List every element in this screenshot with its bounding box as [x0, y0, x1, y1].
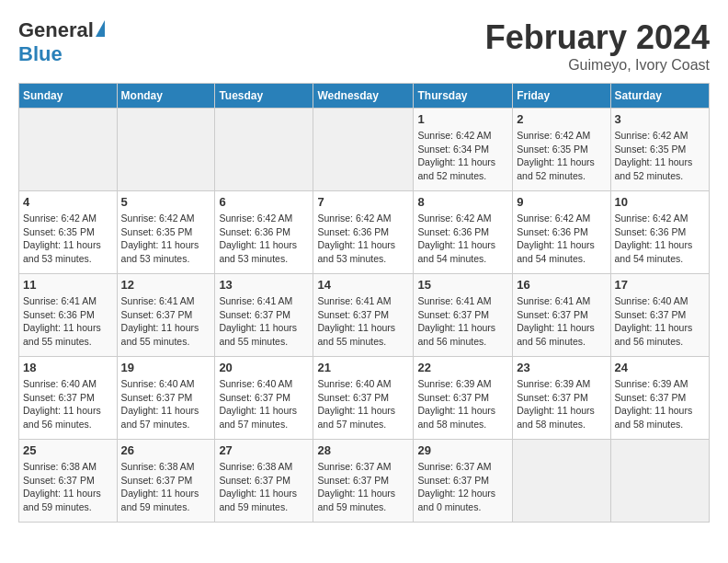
day-number: 25: [23, 443, 113, 457]
day-info: Sunrise: 6:42 AM Sunset: 6:36 PM Dayligh…: [317, 212, 409, 266]
day-number: 23: [517, 361, 606, 374]
day-number: 18: [23, 361, 113, 374]
page-header: General Blue February 2024 Guimeyo, Ivor…: [18, 18, 710, 74]
day-number: 10: [615, 195, 705, 209]
day-info: Sunrise: 6:39 AM Sunset: 6:37 PM Dayligh…: [517, 377, 606, 431]
column-header-sunday: Sunday: [19, 84, 118, 109]
calendar-cell: 21Sunrise: 6:40 AM Sunset: 6:37 PM Dayli…: [313, 357, 414, 440]
day-number: 5: [121, 195, 211, 209]
calendar-cell: 6Sunrise: 6:42 AM Sunset: 6:36 PM Daylig…: [215, 191, 313, 274]
logo: General Blue: [18, 18, 105, 66]
calendar-cell: 22Sunrise: 6:39 AM Sunset: 6:37 PM Dayli…: [414, 357, 513, 440]
calendar-cell: 15Sunrise: 6:41 AM Sunset: 6:37 PM Dayli…: [414, 274, 513, 357]
calendar-cell: 24Sunrise: 6:39 AM Sunset: 6:37 PM Dayli…: [610, 357, 709, 440]
day-number: 7: [317, 195, 409, 209]
day-number: 26: [121, 443, 211, 457]
calendar-cell: [117, 109, 215, 191]
week-row-4: 18Sunrise: 6:40 AM Sunset: 6:37 PM Dayli…: [19, 357, 710, 440]
day-number: 4: [23, 195, 113, 209]
day-info: Sunrise: 6:42 AM Sunset: 6:35 PM Dayligh…: [615, 129, 705, 183]
day-info: Sunrise: 6:38 AM Sunset: 6:37 PM Dayligh…: [121, 460, 211, 514]
day-info: Sunrise: 6:37 AM Sunset: 6:37 PM Dayligh…: [317, 460, 409, 514]
calendar-cell: 29Sunrise: 6:37 AM Sunset: 6:37 PM Dayli…: [414, 440, 513, 523]
calendar-cell: 11Sunrise: 6:41 AM Sunset: 6:36 PM Dayli…: [19, 274, 118, 357]
week-row-3: 11Sunrise: 6:41 AM Sunset: 6:36 PM Dayli…: [19, 274, 710, 357]
logo-triangle-icon: [96, 20, 105, 37]
calendar-cell: 14Sunrise: 6:41 AM Sunset: 6:37 PM Dayli…: [313, 274, 414, 357]
calendar-cell: 1Sunrise: 6:42 AM Sunset: 6:34 PM Daylig…: [414, 109, 513, 191]
day-number: 19: [121, 361, 211, 374]
day-info: Sunrise: 6:40 AM Sunset: 6:37 PM Dayligh…: [23, 377, 113, 431]
day-info: Sunrise: 6:41 AM Sunset: 6:37 PM Dayligh…: [121, 294, 211, 349]
calendar-cell: [215, 109, 313, 191]
logo-general-text: General: [18, 18, 94, 42]
day-info: Sunrise: 6:39 AM Sunset: 6:37 PM Dayligh…: [615, 377, 705, 431]
day-number: 22: [417, 361, 508, 374]
day-number: 6: [219, 195, 309, 209]
calendar-cell: [610, 440, 709, 523]
calendar-cell: [19, 109, 118, 191]
calendar-cell: 7Sunrise: 6:42 AM Sunset: 6:36 PM Daylig…: [313, 191, 414, 274]
calendar-cell: 3Sunrise: 6:42 AM Sunset: 6:35 PM Daylig…: [610, 109, 709, 191]
day-info: Sunrise: 6:41 AM Sunset: 6:37 PM Dayligh…: [317, 294, 409, 349]
day-info: Sunrise: 6:41 AM Sunset: 6:37 PM Dayligh…: [417, 294, 508, 349]
calendar-cell: [313, 109, 414, 191]
calendar-cell: 26Sunrise: 6:38 AM Sunset: 6:37 PM Dayli…: [117, 440, 215, 523]
subtitle: Guimeyo, Ivory Coast: [485, 57, 710, 74]
calendar-table: SundayMondayTuesdayWednesdayThursdayFrid…: [18, 83, 710, 523]
day-number: 17: [615, 278, 705, 292]
calendar-cell: 27Sunrise: 6:38 AM Sunset: 6:37 PM Dayli…: [215, 440, 313, 523]
day-number: 27: [219, 443, 309, 457]
day-info: Sunrise: 6:41 AM Sunset: 6:37 PM Dayligh…: [219, 294, 309, 349]
column-header-friday: Friday: [513, 84, 610, 109]
calendar-cell: 16Sunrise: 6:41 AM Sunset: 6:37 PM Dayli…: [513, 274, 610, 357]
calendar-cell: 20Sunrise: 6:40 AM Sunset: 6:37 PM Dayli…: [215, 357, 313, 440]
calendar-cell: 25Sunrise: 6:38 AM Sunset: 6:37 PM Dayli…: [19, 440, 118, 523]
calendar-cell: 17Sunrise: 6:40 AM Sunset: 6:37 PM Dayli…: [610, 274, 709, 357]
day-info: Sunrise: 6:40 AM Sunset: 6:37 PM Dayligh…: [615, 294, 705, 349]
column-header-monday: Monday: [117, 84, 215, 109]
day-number: 2: [517, 112, 606, 126]
column-header-thursday: Thursday: [414, 84, 513, 109]
main-title: February 2024: [485, 18, 710, 57]
day-number: 28: [317, 443, 409, 457]
calendar-cell: 9Sunrise: 6:42 AM Sunset: 6:36 PM Daylig…: [513, 191, 610, 274]
day-number: 29: [417, 443, 508, 457]
calendar-cell: 13Sunrise: 6:41 AM Sunset: 6:37 PM Dayli…: [215, 274, 313, 357]
calendar-cell: 18Sunrise: 6:40 AM Sunset: 6:37 PM Dayli…: [19, 357, 118, 440]
day-info: Sunrise: 6:39 AM Sunset: 6:37 PM Dayligh…: [417, 377, 508, 431]
day-number: 24: [615, 361, 705, 374]
calendar-cell: 10Sunrise: 6:42 AM Sunset: 6:36 PM Dayli…: [610, 191, 709, 274]
day-info: Sunrise: 6:40 AM Sunset: 6:37 PM Dayligh…: [219, 377, 309, 431]
day-info: Sunrise: 6:42 AM Sunset: 6:36 PM Dayligh…: [517, 212, 606, 266]
calendar-cell: 8Sunrise: 6:42 AM Sunset: 6:36 PM Daylig…: [414, 191, 513, 274]
day-number: 20: [219, 361, 309, 374]
day-info: Sunrise: 6:42 AM Sunset: 6:35 PM Dayligh…: [121, 212, 211, 266]
day-number: 14: [317, 278, 409, 292]
column-header-wednesday: Wednesday: [313, 84, 414, 109]
day-info: Sunrise: 6:41 AM Sunset: 6:36 PM Dayligh…: [23, 294, 113, 349]
day-number: 15: [417, 278, 508, 292]
header-row: SundayMondayTuesdayWednesdayThursdayFrid…: [19, 84, 710, 109]
title-block: February 2024 Guimeyo, Ivory Coast: [485, 18, 710, 74]
day-number: 21: [317, 361, 409, 374]
day-info: Sunrise: 6:42 AM Sunset: 6:36 PM Dayligh…: [219, 212, 309, 266]
calendar-cell: 23Sunrise: 6:39 AM Sunset: 6:37 PM Dayli…: [513, 357, 610, 440]
calendar-cell: 4Sunrise: 6:42 AM Sunset: 6:35 PM Daylig…: [19, 191, 118, 274]
day-info: Sunrise: 6:42 AM Sunset: 6:35 PM Dayligh…: [23, 212, 113, 266]
column-header-tuesday: Tuesday: [215, 84, 313, 109]
logo-blue-text: Blue: [18, 42, 63, 66]
day-info: Sunrise: 6:40 AM Sunset: 6:37 PM Dayligh…: [317, 377, 409, 431]
column-header-saturday: Saturday: [610, 84, 709, 109]
calendar-cell: 2Sunrise: 6:42 AM Sunset: 6:35 PM Daylig…: [513, 109, 610, 191]
day-number: 9: [517, 195, 606, 209]
calendar-cell: 12Sunrise: 6:41 AM Sunset: 6:37 PM Dayli…: [117, 274, 215, 357]
calendar-cell: 19Sunrise: 6:40 AM Sunset: 6:37 PM Dayli…: [117, 357, 215, 440]
week-row-5: 25Sunrise: 6:38 AM Sunset: 6:37 PM Dayli…: [19, 440, 710, 523]
day-info: Sunrise: 6:42 AM Sunset: 6:36 PM Dayligh…: [417, 212, 508, 266]
day-number: 12: [121, 278, 211, 292]
day-info: Sunrise: 6:42 AM Sunset: 6:35 PM Dayligh…: [517, 129, 606, 183]
day-info: Sunrise: 6:40 AM Sunset: 6:37 PM Dayligh…: [121, 377, 211, 431]
week-row-2: 4Sunrise: 6:42 AM Sunset: 6:35 PM Daylig…: [19, 191, 710, 274]
day-info: Sunrise: 6:37 AM Sunset: 6:37 PM Dayligh…: [417, 460, 508, 514]
